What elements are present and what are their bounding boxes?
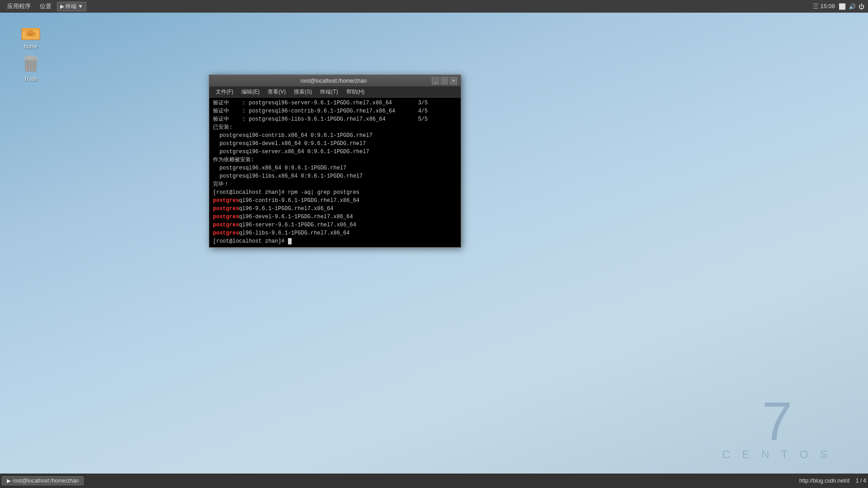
terminal-window: root@localhost:/home/zhan _ □ ✕ 文件(F) 编辑… (209, 75, 461, 248)
terminal-line: postgresql96-contrib-9.6.1-1PGDG.rhel7.x… (213, 197, 457, 205)
tray-icons: ⬜ 🔊 ⏻ (839, 3, 864, 10)
taskbar-app-label: root@localhost:/home/zhan (13, 478, 79, 484)
terminal-line: postgresql96-server-9.6.1-1PGDG.rhel7.x8… (213, 221, 457, 229)
centos-number: 7 (722, 394, 832, 448)
svg-rect-7 (27, 56, 34, 58)
chevron-down-icon: ▼ (78, 3, 83, 9)
terminal-line: 验证中 : postgresql96-server-9.6.1-1PGDG.rh… (213, 99, 457, 107)
terminal-line: postgresql96-contrib.x86_64 0:9.6.1-1PGD… (213, 131, 457, 140)
terminal-titlebar: root@localhost:/home/zhan _ □ ✕ (209, 75, 461, 87)
terminal-line: postgresql96-9.6.1-1PGDG.rhel7.x86_64 (213, 205, 457, 213)
cursor (288, 238, 292, 244)
taskbar-url: http://blog.csdn.net/d (799, 478, 849, 484)
top-panel-left: 应用程序 位置 ▶ 终端 ▼ (4, 1, 86, 11)
terminal-line: 作为依赖被安装: (213, 156, 457, 164)
top-panel: 应用程序 位置 ▶ 终端 ▼ 三 15:08 ⬜ 🔊 ⏻ (0, 0, 868, 13)
terminal-line: postgresql96-server.x86_64 0:9.6.1-1PGDG… (213, 148, 457, 156)
menu-help[interactable]: 帮助(H) (343, 87, 368, 97)
terminal-menubar: 文件(F) 编辑(E) 查看(V) 搜索(S) 终端(T) 帮助(H) (209, 87, 461, 98)
terminal-line: 完毕！ (213, 180, 457, 188)
terminal-line: postgresql96-libs-9.6.1-1PGDG.rhel7.x86_… (213, 229, 457, 237)
menu-terminal[interactable]: 终端(T) (316, 87, 341, 97)
menu-edit[interactable]: 编辑(E) (238, 87, 263, 97)
centos-label: C E N T O S (722, 448, 832, 461)
taskbar-right: http://blog.csdn.net/d 1 / 4 (799, 478, 866, 484)
terminal-line: [root@localhost zhan]# (213, 237, 457, 245)
terminal-title: root@localhost:/home/zhan (236, 78, 432, 84)
power-icon: ⏻ (859, 3, 864, 10)
home-icon-label: home (24, 43, 38, 50)
taskbar: ▶ root@localhost:/home/zhan http://blog.… (0, 474, 868, 488)
terminal-line: 验证中 : postgresql96-libs-9.6.1-1PGDG.rhel… (213, 115, 457, 123)
trash-can-icon (20, 52, 42, 74)
maximize-button[interactable]: □ (441, 77, 448, 84)
terminal-line: [root@localhost zhan]# rpm -aq| grep pos… (213, 188, 457, 197)
desktop-icon-trash[interactable]: Trash (13, 50, 49, 85)
terminal-line: postgresql96-devel-9.6.1-1PGDG.rhel7.x86… (213, 213, 457, 221)
desktop-icon-home[interactable]: home (13, 17, 49, 52)
volume-icon: 🔊 (849, 3, 856, 10)
minimize-button[interactable]: _ (432, 77, 439, 84)
terminal-line: postgresql96-libs.x86_64 0:9.6.1-1PGDG.r… (213, 172, 457, 180)
menu-places[interactable]: 位置 (36, 1, 55, 11)
svg-rect-3 (29, 33, 33, 36)
centos-watermark: 7 C E N T O S (722, 394, 832, 461)
terminal-icon: ▶ (60, 3, 64, 9)
display-icon: ⬜ (839, 3, 846, 10)
window-controls: _ □ ✕ (432, 77, 457, 84)
terminal-line: postgresql96-devel.x86_64 0:9.6.1-1PGDG.… (213, 140, 457, 148)
menu-view[interactable]: 查看(V) (264, 87, 289, 97)
menu-applications[interactable]: 应用程序 (4, 1, 34, 11)
terminal-line: 已安装: (213, 123, 457, 131)
taskbar-pagination: 1 / 4 (856, 478, 866, 484)
taskbar-terminal-app[interactable]: ▶ root@localhost:/home/zhan (2, 476, 84, 485)
menu-search[interactable]: 搜索(S) (290, 87, 316, 97)
home-folder-icon (20, 20, 42, 42)
terminal-line: postgresql96.x86_64 0:9.6.1-1PGDG.rhel7 (213, 164, 457, 172)
top-panel-right: 三 15:08 ⬜ 🔊 ⏻ (813, 2, 864, 10)
close-button[interactable]: ✕ (450, 77, 457, 84)
terminal-line: 验证中 : postgresql96-contrib-9.6.1-1PGDG.r… (213, 107, 457, 115)
menu-terminal[interactable]: ▶ 终端 ▼ (57, 2, 86, 11)
trash-icon-label: Trash (24, 76, 38, 82)
terminal-body[interactable]: 正在安装 : postgresql96-contrib-9.6.1-1PGDG.… (209, 98, 461, 247)
taskbar-terminal-icon: ▶ (7, 478, 11, 484)
clock: 三 15:08 (813, 2, 835, 10)
menu-file[interactable]: 文件(F) (212, 87, 237, 97)
